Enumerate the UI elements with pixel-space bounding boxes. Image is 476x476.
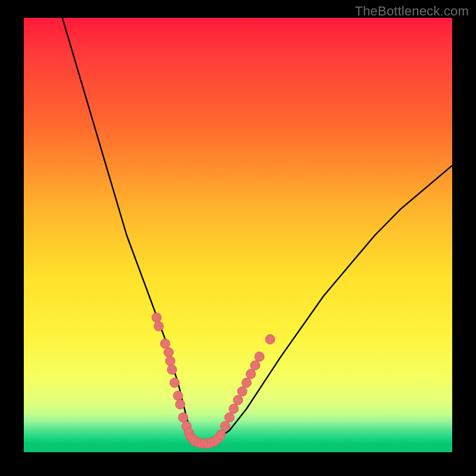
data-marker	[176, 400, 185, 409]
data-marker	[178, 413, 188, 422]
data-marker	[237, 387, 247, 396]
data-marker	[164, 347, 173, 357]
data-marker	[167, 365, 177, 374]
data-marker	[165, 356, 175, 366]
data-marker	[216, 430, 226, 440]
data-marker	[220, 421, 230, 431]
plot-area	[24, 18, 452, 452]
chart-frame: TheBottleneck.com	[0, 0, 476, 476]
marker-group	[152, 313, 275, 449]
watermark-text: TheBottleneck.com	[355, 4, 469, 19]
data-marker	[161, 339, 170, 349]
data-marker	[255, 352, 264, 361]
data-marker	[152, 313, 161, 322]
data-marker	[250, 361, 260, 370]
data-marker	[229, 404, 239, 414]
data-marker	[170, 378, 179, 387]
data-marker	[225, 413, 234, 422]
data-marker	[173, 391, 183, 400]
bottleneck-curve	[62, 18, 452, 443]
data-marker	[265, 334, 275, 344]
data-marker	[246, 369, 256, 379]
data-marker	[233, 395, 243, 405]
data-marker	[242, 378, 251, 387]
curve-layer	[24, 18, 452, 452]
data-marker	[154, 321, 164, 331]
